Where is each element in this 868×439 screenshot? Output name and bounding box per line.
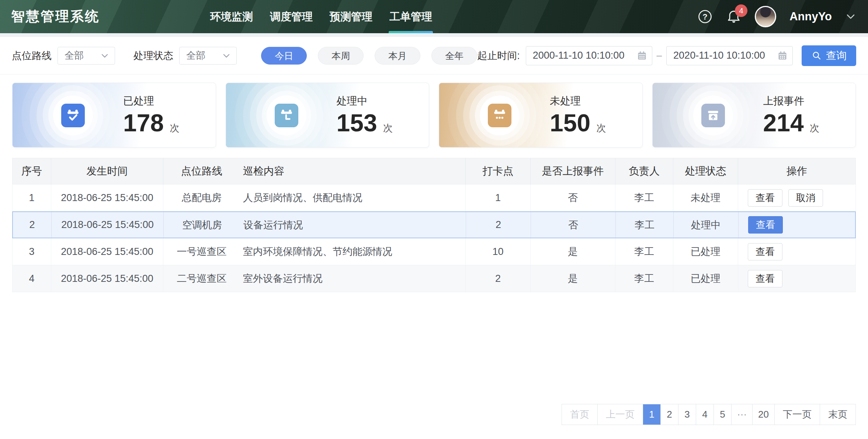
range-month-button[interactable]: 本月 — [375, 47, 420, 65]
row-index: 2 — [13, 212, 52, 238]
cancel-button[interactable]: 取消 — [788, 189, 823, 207]
end-date-input[interactable]: 2020-11-10 10:10:00 — [666, 46, 793, 65]
route-select-value: 全部 — [65, 49, 84, 62]
row-actions: 查看 — [739, 212, 855, 238]
col-header-content: 巡检内容 — [240, 158, 466, 184]
stat-unit: 次 — [170, 122, 179, 135]
notification-badge: 4 — [735, 4, 747, 17]
svg-text:?: ? — [702, 12, 707, 21]
page-number-2[interactable]: 2 — [661, 404, 678, 425]
range-separator: – — [657, 50, 662, 61]
notifications-button[interactable]: 4 — [726, 9, 742, 24]
row-checkpoint: 2 — [466, 265, 531, 292]
col-header-owner: 负责人 — [615, 158, 673, 184]
calendar-icon — [777, 50, 788, 61]
page-first-button[interactable]: 首页 — [562, 404, 598, 425]
row-index: 1 — [13, 184, 51, 211]
stat-card-unprocessed: 未处理 150 次 — [439, 83, 643, 148]
row-route: 总配电房 — [163, 184, 240, 211]
chevron-down-icon[interactable] — [845, 11, 856, 22]
quick-range-group: 今日 本周 本月 全年 — [261, 47, 477, 65]
page-last-button[interactable]: 末页 — [820, 404, 855, 425]
col-header-status: 处理状态 — [673, 158, 738, 184]
row-content: 室内环境保障情况、节约能源情况 — [240, 238, 466, 265]
row-checkpoint: 1 — [466, 184, 531, 211]
stat-label: 处理中 — [337, 94, 393, 108]
view-button[interactable]: 查看 — [748, 189, 782, 207]
stat-value: 214 — [763, 110, 804, 136]
app-title: 智慧管理系统 — [11, 7, 100, 26]
stat-label: 未处理 — [550, 94, 606, 108]
page-number-1[interactable]: 1 — [643, 404, 661, 425]
status-select[interactable]: 全部 — [179, 47, 237, 65]
help-button[interactable]: ? — [697, 9, 713, 24]
stat-icon-rings — [480, 96, 520, 135]
status-select-value: 全部 — [186, 49, 205, 62]
row-time: 2018-06-25 15:45:00 — [52, 212, 164, 238]
row-reported: 是 — [531, 238, 615, 265]
row-status: 处理中 — [674, 212, 739, 238]
page-number-5[interactable]: 5 — [714, 404, 732, 425]
calendar-dots-icon — [488, 104, 511, 127]
chevron-down-icon — [222, 51, 231, 61]
route-select[interactable]: 全部 — [58, 47, 115, 65]
start-date-input[interactable]: 2000-11-10 10:10:00 — [526, 46, 652, 65]
range-today-button[interactable]: 今日 — [261, 47, 307, 65]
row-actions: 查看 — [738, 265, 855, 292]
table-row[interactable]: 3 2018-06-25 15:45:00 一号巡查区 室内环境保障情况、节约能… — [12, 238, 856, 265]
page-next-button[interactable]: 下一页 — [775, 404, 820, 425]
row-content: 人员到岗情况、供配电情况 — [240, 184, 466, 211]
row-reported: 是 — [531, 265, 615, 292]
top-nav-bar: 智慧管理系统 环境监测 调度管理 预测管理 工单管理 ? — [0, 0, 868, 33]
row-index: 4 — [13, 265, 51, 292]
stat-icon-rings — [267, 96, 306, 135]
view-button[interactable]: 查看 — [748, 243, 782, 260]
range-year-button[interactable]: 全年 — [431, 47, 477, 65]
stat-unit: 次 — [596, 122, 606, 135]
nav-item-workorder-manage[interactable]: 工单管理 — [389, 0, 432, 33]
user-name[interactable]: AnnyYo — [789, 10, 832, 23]
view-button[interactable]: 查看 — [748, 216, 783, 234]
help-icon: ? — [697, 9, 713, 24]
col-header-reported: 是否上报事件 — [531, 158, 615, 184]
table-row[interactable]: 4 2018-06-25 15:45:00 二号巡查区 室外设备运行情况 2 是… — [12, 265, 856, 292]
filter-bar: 点位路线 全部 处理状态 全部 今日 本周 本月 全年 起止时间: 2000-1… — [0, 37, 868, 75]
page-prev-button[interactable]: 上一页 — [598, 404, 643, 425]
row-reported: 否 — [531, 184, 615, 211]
avatar[interactable] — [755, 6, 776, 27]
page-number-4[interactable]: 4 — [696, 404, 714, 425]
search-button[interactable]: 查询 — [802, 45, 856, 66]
pagination: 首页 上一页 1 2 3 4 5 ··· 20 下一页 末页 — [562, 404, 856, 425]
stat-value: 153 — [337, 110, 377, 136]
col-header-checkpoint: 打卡点 — [466, 158, 531, 184]
end-date-value: 2020-11-10 10:10:00 — [673, 50, 765, 61]
nav-item-forecast-manage[interactable]: 预测管理 — [330, 0, 372, 33]
page-number-20[interactable]: 20 — [753, 404, 775, 425]
stat-text: 上报事件 214 次 — [763, 94, 819, 136]
table-row-selected[interactable]: 2 2018-06-25 15:45:00 空调机房 设备运行情况 2 否 李工… — [12, 211, 856, 238]
archive-up-icon — [701, 104, 725, 127]
row-time: 2018-06-25 15:45:00 — [51, 265, 163, 292]
stat-unit: 次 — [810, 122, 819, 135]
search-icon — [811, 50, 822, 61]
stat-unit: 次 — [383, 122, 393, 135]
stat-icon-rings — [53, 96, 93, 135]
col-header-time: 发生时间 — [51, 158, 163, 184]
table-row[interactable]: 1 2018-06-25 15:45:00 总配电房 人员到岗情况、供配电情况 … — [12, 184, 856, 211]
row-checkpoint: 2 — [466, 212, 531, 238]
row-checkpoint: 10 — [466, 238, 531, 265]
row-actions: 查看 取消 — [738, 184, 855, 211]
range-week-button[interactable]: 本周 — [318, 47, 364, 65]
view-button[interactable]: 查看 — [748, 270, 782, 287]
nav-item-environment-monitor[interactable]: 环境监测 — [210, 0, 253, 33]
col-header-route: 点位路线 — [163, 158, 240, 184]
row-index: 3 — [13, 238, 51, 265]
status-filter-label: 处理状态 — [133, 49, 173, 62]
row-owner: 李工 — [615, 238, 673, 265]
nav-item-dispatch-manage[interactable]: 调度管理 — [270, 0, 313, 33]
row-route: 一号巡查区 — [163, 238, 240, 265]
start-date-value: 2000-11-10 10:10:00 — [533, 50, 625, 61]
row-status: 已处理 — [673, 265, 738, 292]
page-number-3[interactable]: 3 — [678, 404, 696, 425]
row-time: 2018-06-25 15:45:00 — [51, 184, 163, 211]
